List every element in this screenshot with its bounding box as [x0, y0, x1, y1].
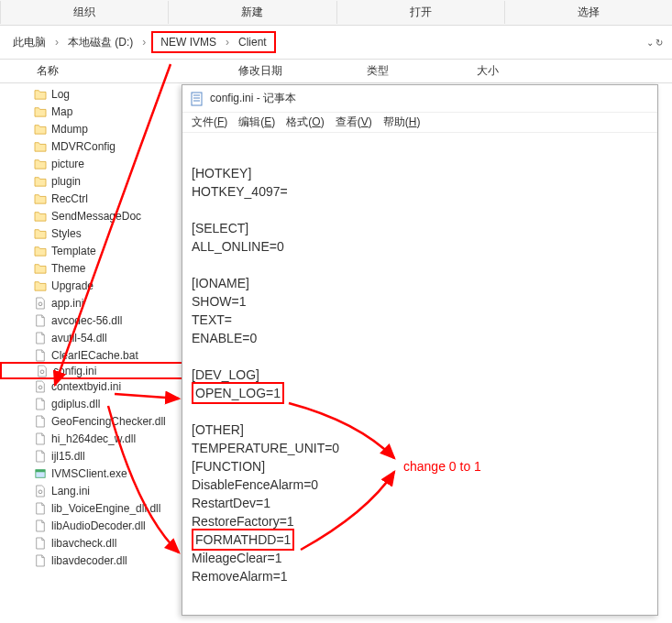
file-name: app.ini [51, 297, 83, 310]
ini-file-icon [35, 364, 50, 378]
ini-line: TEMPERATURE_UNIT=0 [192, 441, 339, 455]
file-row[interactable]: contextbyid.ini [0, 377, 183, 395]
file-name: plugin [51, 175, 81, 188]
col-date[interactable]: 修改日期 [238, 63, 367, 79]
toolbar-select[interactable]: 选择 [504, 1, 672, 24]
highlight-open-log: OPEN_LOG=1 [192, 382, 284, 404]
ini-line: TEXT= [192, 312, 232, 327]
menu-file[interactable]: 文件(F) [192, 115, 227, 130]
file-row[interactable]: Lang.ini [0, 482, 183, 499]
ini-line: MileageClear=1 [192, 551, 281, 565]
file-row[interactable]: SendMessageDoc [0, 207, 183, 224]
file-row[interactable]: hi_h264dec_w.dll [0, 430, 183, 447]
file-row[interactable]: avutil-54.dll [0, 329, 183, 346]
menu-view[interactable]: 查看(V) [336, 115, 372, 130]
file-row[interactable]: Upgrade [0, 277, 183, 294]
dll-file-icon [33, 501, 48, 516]
file-name: RecCtrl [51, 192, 88, 205]
folder-icon [33, 244, 48, 258]
file-name: Log [51, 88, 70, 101]
file-name: Theme [51, 262, 85, 275]
notepad-title-text: config.ini - 记事本 [210, 91, 296, 106]
file-name: libAudioDecoder.dll [51, 519, 146, 532]
menu-help[interactable]: 帮助(H) [383, 115, 421, 130]
file-row[interactable]: plugin [0, 172, 183, 190]
dll-file-icon [33, 397, 48, 411]
col-size[interactable]: 大小 [477, 63, 550, 79]
file-name: ClearIECache.bat [51, 349, 138, 362]
file-row[interactable]: libavdecoder.dll [0, 552, 183, 569]
folder-icon [33, 87, 48, 102]
ini-line: ENABLE=0 [192, 331, 257, 345]
file-name: Lang.ini [51, 485, 90, 497]
file-row[interactable]: Map [0, 103, 183, 120]
folder-icon [33, 261, 48, 276]
file-row[interactable]: IVMSClient.exe [0, 465, 183, 482]
toolbar: 组织 新建 打开 选择 [0, 0, 672, 26]
ini-line: RemoveAlarm=1 [192, 569, 288, 584]
file-row[interactable]: app.ini [0, 294, 183, 312]
menu-edit[interactable]: 编辑(E) [238, 115, 275, 130]
dll-file-icon [33, 414, 48, 429]
notepad-body[interactable]: [HOTKEY] HOTKEY_4097= [SELECT] ALL_ONLIN… [182, 133, 657, 595]
file-name: lib_VoiceEngine_dll.dll [51, 502, 160, 515]
file-name: GeoFencingChecker.dll [51, 415, 166, 428]
dll-file-icon [33, 313, 48, 328]
file-row[interactable]: GeoFencingChecker.dll [0, 412, 183, 430]
annotation-change: change 0 to 1 [403, 459, 481, 474]
menu-format[interactable]: 格式(O) [286, 115, 324, 130]
file-row[interactable]: Theme [0, 259, 183, 277]
refresh-button[interactable]: ⌄ ↻ [646, 38, 663, 48]
breadcrumb-highlighted-path: NEW IVMS › Client [151, 31, 275, 53]
file-row[interactable]: picture [0, 155, 183, 172]
breadcrumb-new-ivms[interactable]: NEW IVMS [157, 36, 220, 49]
folder-icon [33, 122, 48, 137]
chevron-right-icon: › [137, 36, 151, 49]
chevron-right-icon: › [220, 36, 235, 49]
breadcrumb-drive[interactable]: 本地磁盘 (D:) [64, 35, 137, 50]
file-row[interactable]: lib_VoiceEngine_dll.dll [0, 499, 183, 517]
ini-line: SHOW=1 [192, 294, 247, 309]
file-name: Styles [51, 227, 82, 240]
ini-file-icon [33, 484, 48, 498]
breadcrumb-pc[interactable]: 此电脑 [9, 35, 50, 50]
file-row[interactable]: Template [0, 242, 183, 259]
dropdown-icon: ⌄ [646, 38, 654, 48]
col-type[interactable]: 类型 [367, 63, 477, 79]
ini-line: [SELECT] [192, 221, 248, 235]
file-row[interactable]: libAudioDecoder.dll [0, 517, 183, 534]
folder-icon [33, 104, 48, 119]
dll-file-icon [33, 432, 48, 446]
file-name: libavdecoder.dll [51, 554, 127, 567]
file-name: contextbyid.ini [51, 380, 121, 393]
dll-file-icon [33, 519, 48, 533]
toolbar-open[interactable]: 打开 [336, 1, 504, 24]
file-name: avcodec-56.dll [51, 314, 122, 327]
file-row[interactable]: ijl15.dll [0, 447, 183, 465]
svg-rect-4 [36, 469, 45, 472]
ini-line: HOTKEY_4097= [192, 184, 288, 199]
toolbar-organize[interactable]: 组织 [0, 1, 168, 24]
file-name: libavcheck.dll [51, 537, 116, 550]
file-row[interactable]: libavcheck.dll [0, 534, 183, 552]
file-row[interactable]: Mdump [0, 120, 183, 137]
file-row[interactable]: Log [0, 85, 183, 103]
notepad-titlebar[interactable]: config.ini - 记事本 [182, 85, 657, 113]
file-name: hi_h264dec_w.dll [51, 432, 136, 445]
file-row[interactable]: gdiplus.dll [0, 395, 183, 412]
file-row[interactable]: avcodec-56.dll [0, 312, 183, 329]
notepad-menu: 文件(F) 编辑(E) 格式(O) 查看(V) 帮助(H) [182, 113, 657, 133]
toolbar-new[interactable]: 新建 [168, 1, 336, 24]
folder-icon [33, 157, 48, 171]
ini-line: [DEV_LOG] [192, 367, 259, 382]
file-row[interactable]: RecCtrl [0, 190, 183, 207]
file-name: Mdump [51, 123, 88, 136]
folder-icon [33, 191, 48, 206]
breadcrumb-client[interactable]: Client [235, 36, 270, 49]
file-row[interactable]: MDVRConfig [0, 137, 183, 155]
folder-icon [33, 174, 48, 189]
file-row[interactable]: Styles [0, 224, 183, 242]
col-name[interactable]: 名称 [0, 63, 238, 79]
file-name: config.ini [53, 365, 96, 377]
breadcrumb: 此电脑 › 本地磁盘 (D:) › NEW IVMS › Client ⌄ ↻ [0, 26, 672, 60]
